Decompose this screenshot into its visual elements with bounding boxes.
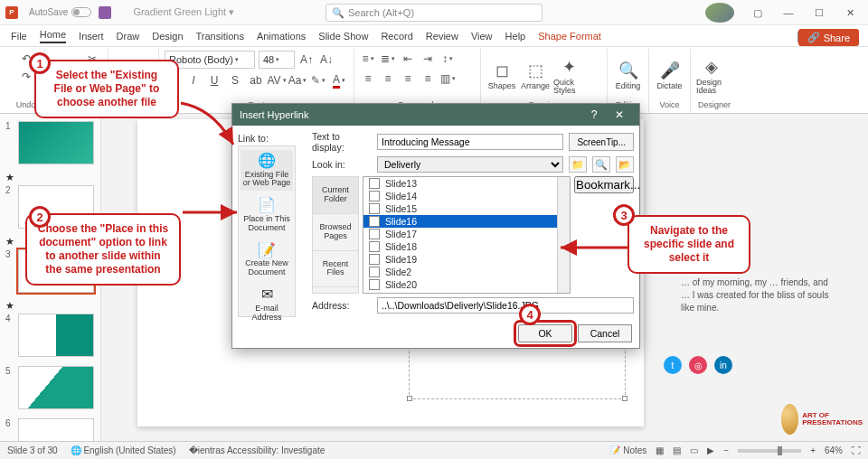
autosave-toggle[interactable]: AutoSave <box>29 7 91 17</box>
line-spacing-icon[interactable]: ↕ <box>439 51 456 67</box>
zoom-in-icon[interactable]: + <box>810 445 816 455</box>
tab-browsed-pages[interactable]: Browsed Pages <box>313 214 358 251</box>
menu-slideshow[interactable]: Slide Show <box>318 31 368 42</box>
decrease-font-icon[interactable]: A↓ <box>318 52 335 68</box>
bookmark-button[interactable]: Bookmark... <box>574 176 634 193</box>
underline-icon[interactable]: U <box>206 72 222 89</box>
linkto-place-in-document[interactable]: 📄Place in This Document <box>241 194 293 235</box>
twitter-icon[interactable]: t <box>664 356 682 374</box>
notes-button[interactable]: 📝 Notes <box>609 445 646 455</box>
user-avatar[interactable] <box>705 3 734 23</box>
menu-help[interactable]: Help <box>505 31 526 42</box>
linkedin-icon[interactable]: in <box>714 356 732 374</box>
menu-animations[interactable]: Animations <box>257 31 306 42</box>
cancel-button[interactable]: Cancel <box>578 324 632 342</box>
document-name[interactable]: Gradient Green Light ▾ <box>133 6 234 18</box>
editing-button[interactable]: 🔍Editing <box>613 58 643 94</box>
justify-icon[interactable]: ≡ <box>420 70 436 87</box>
up-folder-icon[interactable]: 📁 <box>569 156 587 173</box>
strike-icon[interactable]: S <box>227 72 243 89</box>
fit-to-window-icon[interactable]: ⛶ <box>852 445 861 455</box>
thumb-4[interactable]: 4 <box>0 312 100 359</box>
linkto-create-new[interactable]: 📝Create New Document <box>241 239 293 280</box>
file-item[interactable]: Slide19 <box>363 253 570 266</box>
align-left-icon[interactable]: ≡ <box>360 70 376 87</box>
menu-draw[interactable]: Draw <box>117 31 140 42</box>
browse-web-icon[interactable]: 🔍 <box>592 156 610 173</box>
instagram-icon[interactable]: ◎ <box>689 356 707 374</box>
indent-dec-icon[interactable]: ⇤ <box>400 51 416 67</box>
ok-button[interactable]: OK <box>518 324 572 342</box>
language-status[interactable]: 🌐 English (United States) <box>71 445 176 455</box>
close-button[interactable]: ✕ <box>835 3 864 23</box>
zoom-level[interactable]: 64% <box>825 445 843 455</box>
thumb-5[interactable]: 5 <box>0 364 100 411</box>
screentip-button[interactable]: ScreenTip... <box>569 133 634 151</box>
dialog-help-button[interactable]: ? <box>581 108 607 121</box>
linkto-email[interactable]: ✉E-mail Address <box>241 284 293 324</box>
scrollbar[interactable] <box>557 177 570 293</box>
align-right-icon[interactable]: ≡ <box>400 70 416 87</box>
accessibility-status[interactable]: �ientras Accessibility: Investigate <box>189 445 326 455</box>
file-item[interactable]: Slide18 <box>363 240 570 253</box>
view-reading-icon[interactable]: ▭ <box>690 445 698 455</box>
zoom-out-icon[interactable]: − <box>723 445 729 455</box>
case-icon[interactable]: Aa <box>289 72 306 89</box>
tab-current-folder[interactable]: Current Folder <box>313 177 358 214</box>
file-list[interactable]: Slide13Slide14Slide15Slide16Slide17Slide… <box>363 176 571 294</box>
toggle-icon[interactable] <box>71 7 91 17</box>
shadow-icon[interactable]: ab <box>248 72 264 89</box>
arrange-button[interactable]: ⬚Arrange <box>520 58 551 94</box>
file-item[interactable]: Slide14 <box>363 190 570 202</box>
menu-review[interactable]: Review <box>426 31 458 42</box>
thumb-6[interactable]: 6 <box>0 417 100 441</box>
view-slideshow-icon[interactable]: ▶ <box>707 445 714 455</box>
menu-insert[interactable]: Insert <box>79 31 104 42</box>
search-input[interactable]: 🔍 Search (Alt+Q) <box>326 4 542 22</box>
file-item[interactable]: Slide17 <box>363 228 570 240</box>
shapes-button[interactable]: ◻Shapes <box>486 58 517 94</box>
file-item[interactable]: Slide20 <box>363 278 570 291</box>
increase-font-icon[interactable]: A↑ <box>298 52 315 68</box>
minimize-button[interactable]: — <box>774 3 803 23</box>
share-button[interactable]: 🔗Share <box>798 29 859 46</box>
spacing-icon[interactable]: AV <box>269 72 285 89</box>
menu-home[interactable]: Home <box>40 29 66 43</box>
ribbon-options-icon[interactable]: ▢ <box>743 3 772 23</box>
menu-transitions[interactable]: Transitions <box>196 31 244 42</box>
thumb-1[interactable]: 1 <box>0 119 100 166</box>
font-size-select[interactable]: 48 <box>259 51 295 69</box>
zoom-slider[interactable] <box>738 449 801 453</box>
indent-inc-icon[interactable]: ⇥ <box>420 51 436 67</box>
italic-icon[interactable]: I <box>185 72 202 89</box>
view-normal-icon[interactable]: ▦ <box>656 445 664 455</box>
menu-view[interactable]: View <box>471 31 493 42</box>
menu-shape-format[interactable]: Shape Format <box>538 31 601 42</box>
view-sorter-icon[interactable]: ▤ <box>673 445 681 455</box>
linkto-existing-file[interactable]: 🌐Existing File or Web Page <box>241 150 293 191</box>
dictate-button[interactable]: 🎤Dictate <box>655 58 684 94</box>
menu-record[interactable]: Record <box>381 31 412 42</box>
maximize-button[interactable]: ☐ <box>805 3 834 23</box>
font-color-icon[interactable]: A <box>331 72 347 89</box>
highlight-icon[interactable]: ✎ <box>310 72 326 89</box>
align-center-icon[interactable]: ≡ <box>380 70 396 87</box>
menu-design[interactable]: Design <box>152 31 183 42</box>
columns-icon[interactable]: ▥ <box>439 70 456 87</box>
browse-file-icon[interactable]: 📂 <box>616 156 634 173</box>
file-item[interactable]: Slide2 <box>363 266 570 278</box>
file-item[interactable]: Slide15 <box>363 202 570 215</box>
menu-file[interactable]: File <box>11 31 27 42</box>
tab-recent-files[interactable]: Recent Files <box>313 251 358 288</box>
dialog-close-button[interactable]: ✕ <box>607 108 632 121</box>
quick-styles-button[interactable]: ✦Quick Styles <box>553 58 584 94</box>
lookin-select[interactable]: Deliverly <box>377 156 563 173</box>
file-item[interactable]: Slide16 <box>363 215 570 228</box>
text-to-display-input[interactable] <box>377 134 563 150</box>
save-icon[interactable] <box>99 6 111 19</box>
dialog-titlebar[interactable]: Insert Hyperlink ? ✕ <box>232 104 639 126</box>
file-item[interactable]: Slide13 <box>363 177 570 190</box>
design-ideas-button[interactable]: ◈Design Ideas <box>696 58 727 94</box>
address-input[interactable] <box>377 297 634 314</box>
numbering-icon[interactable]: ≣ <box>380 51 396 67</box>
